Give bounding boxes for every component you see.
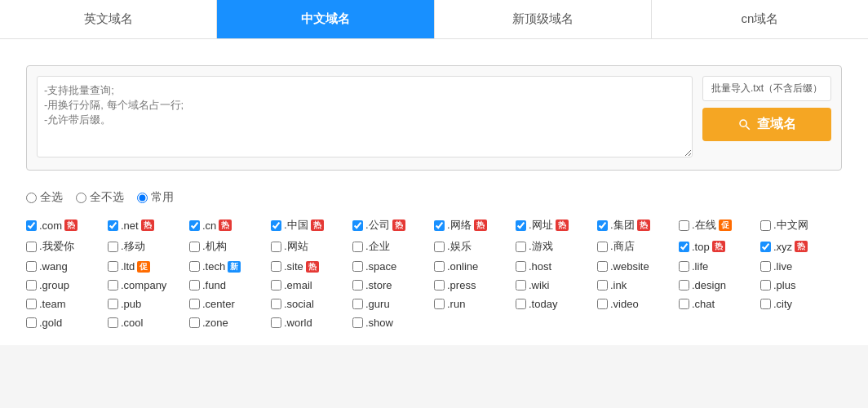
domain-name: .site bbox=[284, 260, 303, 273]
domain-checkbox[interactable] bbox=[434, 220, 445, 231]
domain-checkbox[interactable] bbox=[26, 261, 37, 272]
domain-item: .xyz热 bbox=[760, 239, 842, 254]
tab-bar: 英文域名中文域名新顶级域名cn域名 bbox=[0, 0, 868, 39]
domain-checkbox[interactable] bbox=[352, 317, 363, 328]
domain-checkbox[interactable] bbox=[434, 242, 445, 252]
domain-item: .city bbox=[760, 298, 842, 310]
domain-name: .website bbox=[610, 260, 649, 273]
domain-checkbox[interactable] bbox=[108, 299, 118, 309]
domain-checkbox[interactable] bbox=[189, 242, 200, 252]
domain-name: .在线 bbox=[692, 218, 716, 233]
domain-name: .网站 bbox=[284, 239, 308, 254]
domain-checkbox[interactable] bbox=[679, 280, 689, 290]
radio-all[interactable]: 全选 bbox=[26, 190, 63, 205]
domain-checkbox[interactable] bbox=[271, 317, 281, 328]
domain-checkbox[interactable] bbox=[597, 261, 608, 272]
domain-item: .wang bbox=[26, 260, 108, 273]
domain-checkbox[interactable] bbox=[108, 242, 118, 252]
domain-checkbox[interactable] bbox=[679, 220, 689, 231]
domain-checkbox[interactable] bbox=[597, 299, 608, 309]
search-textarea[interactable] bbox=[37, 76, 693, 157]
domain-checkbox[interactable] bbox=[352, 280, 363, 290]
domain-checkbox[interactable] bbox=[271, 299, 281, 309]
domain-name: .ltd bbox=[121, 260, 135, 273]
domain-item: .游戏 bbox=[516, 239, 597, 254]
domain-checkbox[interactable] bbox=[679, 299, 689, 309]
domain-checkbox[interactable] bbox=[352, 242, 363, 252]
tab-cn[interactable]: cn域名 bbox=[652, 0, 868, 38]
domain-checkbox[interactable] bbox=[760, 242, 771, 252]
domain-checkbox[interactable] bbox=[679, 261, 689, 272]
tab-english[interactable]: 英文域名 bbox=[0, 0, 217, 38]
domain-checkbox[interactable] bbox=[516, 220, 526, 231]
domain-checkbox[interactable] bbox=[26, 242, 37, 252]
domain-badge: 热 bbox=[556, 220, 569, 231]
domain-name: .email bbox=[284, 279, 312, 291]
domain-name: .guru bbox=[365, 298, 390, 310]
domain-name: .chat bbox=[692, 298, 715, 310]
domain-checkbox[interactable] bbox=[352, 261, 363, 272]
domain-checkbox[interactable] bbox=[26, 317, 37, 328]
domain-item: .group bbox=[26, 279, 108, 291]
domain-name: .移动 bbox=[121, 239, 145, 254]
domain-name: .video bbox=[610, 298, 639, 310]
domain-item: .商店 bbox=[597, 239, 679, 254]
domain-item: .website bbox=[597, 260, 679, 273]
domain-checkbox[interactable] bbox=[597, 242, 608, 252]
domain-checkbox[interactable] bbox=[434, 299, 445, 309]
domain-badge: 热 bbox=[141, 220, 154, 231]
domain-name: .公司 bbox=[365, 218, 390, 233]
domain-checkbox[interactable] bbox=[108, 280, 118, 290]
domain-checkbox[interactable] bbox=[760, 261, 771, 272]
domain-checkbox[interactable] bbox=[108, 317, 118, 328]
domain-item: .公司热 bbox=[352, 218, 434, 233]
import-button[interactable]: 批量导入.txt（不含后缀） bbox=[702, 76, 831, 101]
domain-name: .press bbox=[447, 279, 476, 291]
domain-checkbox[interactable] bbox=[516, 242, 526, 252]
domain-checkbox[interactable] bbox=[26, 220, 37, 231]
radio-common[interactable]: 常用 bbox=[137, 190, 174, 205]
domain-checkbox[interactable] bbox=[26, 280, 37, 290]
domain-checkbox[interactable] bbox=[434, 261, 445, 272]
tab-new-tld[interactable]: 新顶级域名 bbox=[435, 0, 652, 38]
domain-checkbox[interactable] bbox=[271, 261, 281, 272]
domain-checkbox[interactable] bbox=[189, 299, 200, 309]
domain-checkbox[interactable] bbox=[271, 242, 281, 252]
domain-checkbox[interactable] bbox=[26, 299, 37, 309]
domain-checkbox[interactable] bbox=[434, 280, 445, 290]
domain-name: .cool bbox=[121, 317, 143, 329]
domain-name: .store bbox=[365, 279, 392, 291]
search-button[interactable]: 查域名 bbox=[702, 108, 831, 141]
domain-checkbox[interactable] bbox=[108, 261, 118, 272]
domain-checkbox[interactable] bbox=[760, 299, 771, 309]
domain-checkbox[interactable] bbox=[597, 220, 608, 231]
domain-checkbox[interactable] bbox=[108, 220, 118, 231]
tab-chinese[interactable]: 中文域名 bbox=[217, 0, 434, 38]
domain-checkbox[interactable] bbox=[516, 299, 526, 309]
domain-checkbox[interactable] bbox=[760, 220, 771, 231]
domain-checkbox[interactable] bbox=[597, 280, 608, 290]
radio-none[interactable]: 全不选 bbox=[76, 190, 124, 205]
domain-name: .zone bbox=[202, 317, 228, 329]
domain-checkbox[interactable] bbox=[352, 220, 363, 231]
domain-checkbox[interactable] bbox=[189, 280, 200, 290]
domain-badge: 新 bbox=[228, 261, 241, 273]
domain-checkbox[interactable] bbox=[760, 280, 771, 290]
domain-checkbox[interactable] bbox=[271, 280, 281, 290]
domain-name: .online bbox=[447, 260, 478, 273]
domain-checkbox[interactable] bbox=[352, 299, 363, 309]
domain-checkbox[interactable] bbox=[189, 261, 200, 272]
domain-checkbox[interactable] bbox=[516, 280, 526, 290]
domain-name: .我爱你 bbox=[39, 239, 74, 254]
domain-checkbox[interactable] bbox=[679, 242, 689, 252]
domain-name: .social bbox=[284, 298, 314, 310]
domain-item: .live bbox=[760, 260, 842, 273]
domain-checkbox[interactable] bbox=[189, 220, 200, 231]
domain-item: .zone bbox=[189, 317, 271, 329]
domain-item: .网站 bbox=[271, 239, 352, 254]
domain-checkbox[interactable] bbox=[271, 220, 281, 231]
domain-checkbox[interactable] bbox=[516, 261, 526, 272]
domain-name: .企业 bbox=[365, 239, 390, 254]
domain-item: .site热 bbox=[271, 260, 352, 273]
domain-checkbox[interactable] bbox=[189, 317, 200, 328]
